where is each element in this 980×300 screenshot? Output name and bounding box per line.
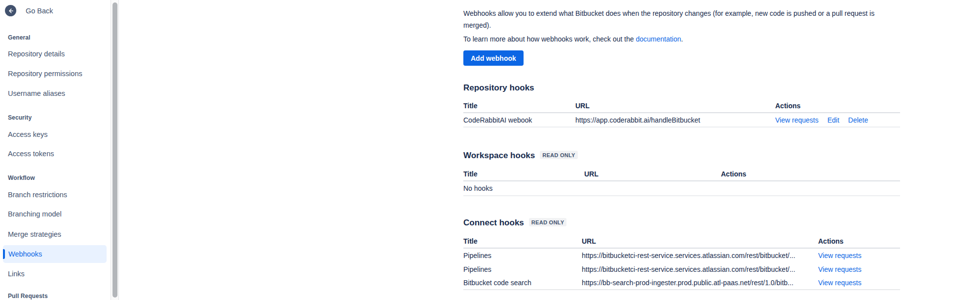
sidebar-item-webhooks[interactable]: Webhooks [3,245,107,263]
workspace-hooks-heading: Workspace hooksREAD ONLY [463,151,578,161]
sidebar-item-branch-restrictions[interactable]: Branch restrictions [8,191,67,199]
table-row: Pipelines https://bitbucketci-rest-servi… [463,262,900,276]
empty-state-text: No hooks [463,184,584,192]
column-header-url: URL [584,170,721,178]
connect-hooks-heading: Connect hooksREAD ONLY [463,218,566,228]
settings-sidebar: Go Back General Repository details Repos… [0,0,119,300]
hook-actions: View requests Edit Delete [775,116,900,124]
hook-title: Bitbucket code search [463,279,582,287]
learn-more-prefix: To learn more about how webhooks work, c… [463,35,636,43]
view-requests-link[interactable]: View requests [818,252,862,259]
hook-actions: View requests [818,279,900,287]
table-row: Bitbucket code search https://bb-search-… [463,276,900,290]
column-header-actions: Actions [775,102,900,110]
learn-more-text: To learn more about how webhooks work, c… [463,33,900,45]
documentation-link[interactable]: documentation [636,35,681,43]
sidebar-scrollbar[interactable] [111,0,119,300]
sidebar-item-access-keys[interactable]: Access keys [8,130,48,138]
view-requests-link[interactable]: View requests [818,279,862,287]
hook-title: Pipelines [463,252,582,259]
column-header-actions: Actions [818,237,900,245]
sidebar-item-access-tokens[interactable]: Access tokens [8,150,54,158]
go-back-button[interactable]: Go Back [5,5,53,16]
column-header-title: Title [463,102,575,110]
back-arrow-icon [5,5,16,16]
hook-url: https://bb-search-prod-ingester.prod.pub… [582,279,818,287]
intro-text: Webhooks allow you to extend what Bitbuc… [463,7,900,31]
sidebar-item-merge-strategies[interactable]: Merge strategies [8,230,61,238]
hook-url: https://app.coderabbit.ai/handleBitbucke… [575,116,775,124]
view-requests-link[interactable]: View requests [818,265,862,273]
connect-hooks-header-row: Title URL Actions [463,234,900,249]
table-row: Pipelines https://bitbucketci-rest-servi… [463,249,900,262]
delete-link[interactable]: Delete [848,116,868,124]
hook-actions: View requests [818,252,900,259]
sidebar-item-username-aliases[interactable]: Username aliases [8,89,65,97]
hook-title: Pipelines [463,265,582,273]
sidebar-item-repository-permissions[interactable]: Repository permissions [8,70,82,78]
hook-actions: View requests [818,265,900,273]
repository-hooks-title: Repository hooks [463,83,534,92]
column-header-url: URL [575,102,775,110]
hook-url: https://bitbucketci-rest-service.service… [582,265,818,273]
repository-hooks-heading: Repository hooks [463,83,534,93]
hook-title: CodeRabbitAI webook [463,116,575,124]
sidebar-section-security: Security [8,114,32,121]
selected-indicator-bar [3,249,5,259]
go-back-label: Go Back [26,7,53,15]
hook-url: https://bitbucketci-rest-service.service… [582,252,818,259]
sidebar-item-branching-model[interactable]: Branching model [8,210,62,218]
table-row: CodeRabbitAI webook https://app.coderabb… [463,113,900,128]
sidebar-item-repository-details[interactable]: Repository details [8,50,65,58]
workspace-hooks-header-row: Title URL Actions [463,167,900,181]
table-row: No hooks [463,181,900,196]
connect-hooks-table: Title URL Actions Pipelines https://bitb… [463,234,900,290]
workspace-hooks-title: Workspace hooks [463,151,535,160]
column-header-title: Title [463,170,584,178]
connect-hooks-title: Connect hooks [463,218,524,227]
scrollbar-thumb[interactable] [113,2,117,298]
bitbucket-webhooks-settings-page: Go Back General Repository details Repos… [0,0,980,300]
sidebar-section-general: General [8,34,30,41]
repository-hooks-table: Title URL Actions CodeRabbitAI webook ht… [463,99,900,128]
sidebar-item-links[interactable]: Links [8,270,25,278]
repository-hooks-header-row: Title URL Actions [463,99,900,113]
workspace-hooks-table: Title URL Actions No hooks [463,167,900,196]
learn-more-suffix: . [681,35,683,43]
read-only-badge: READ ONLY [540,151,577,159]
webhooks-content: Webhooks allow you to extend what Bitbuc… [463,0,900,300]
view-requests-link[interactable]: View requests [775,116,819,124]
sidebar-section-pull-requests: Pull Requests [8,293,48,300]
column-header-url: URL [582,237,818,245]
read-only-badge: READ ONLY [529,218,566,226]
edit-link[interactable]: Edit [828,116,839,124]
sidebar-section-workflow: Workflow [8,174,35,181]
column-header-title: Title [463,237,582,245]
sidebar-item-webhooks-label: Webhooks [8,250,42,258]
column-header-actions: Actions [721,170,900,178]
add-webhook-button[interactable]: Add webhook [463,50,524,66]
